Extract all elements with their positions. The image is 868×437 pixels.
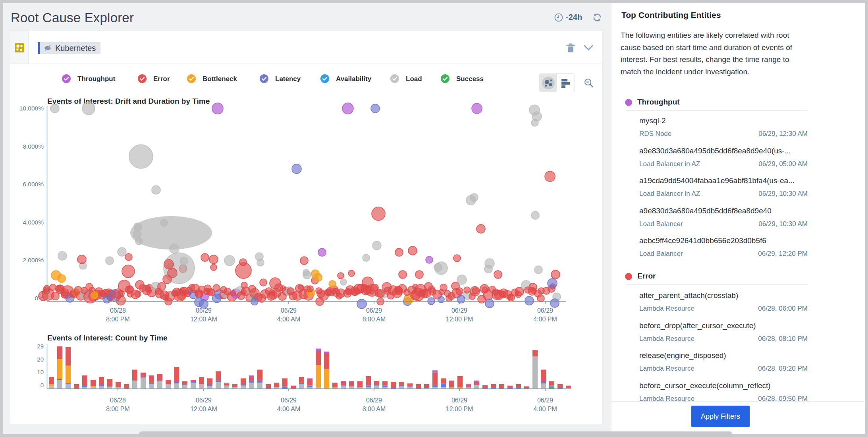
svg-text:8:00 AM: 8:00 AM	[363, 316, 386, 323]
svg-text:12:00 PM: 12:00 PM	[446, 316, 473, 323]
svg-text:8,000%: 8,000%	[23, 143, 44, 150]
svg-text:4:00 PM: 4:00 PM	[533, 406, 557, 412]
svg-text:12:00 PM: 12:00 PM	[446, 406, 473, 412]
svg-text:4:00 AM: 4:00 AM	[277, 316, 301, 323]
svg-text:06/28: 06/28	[110, 397, 126, 404]
svg-text:06/29: 06/29	[366, 307, 382, 314]
svg-text:06/29: 06/29	[281, 397, 297, 404]
svg-text:06/29: 06/29	[537, 307, 553, 314]
svg-text:06/28: 06/28	[110, 307, 126, 314]
svg-text:12:00 AM: 12:00 AM	[190, 406, 217, 412]
svg-text:Events of Interest: Count by T: Events of Interest: Count by Time	[47, 334, 168, 342]
svg-text:12:00 AM: 12:00 AM	[190, 316, 217, 323]
svg-text:06/29: 06/29	[366, 397, 382, 404]
svg-text:06/29: 06/29	[451, 397, 467, 404]
svg-text:06/29: 06/29	[281, 307, 297, 314]
svg-text:0: 0	[41, 382, 44, 389]
svg-text:06/29: 06/29	[451, 307, 467, 314]
svg-text:4:00 AM: 4:00 AM	[277, 406, 301, 412]
svg-text:8:00 PM: 8:00 PM	[106, 406, 130, 412]
svg-text:4:00 PM: 4:00 PM	[533, 316, 557, 323]
svg-text:6,000%: 6,000%	[23, 181, 44, 188]
svg-text:06/29: 06/29	[196, 397, 212, 404]
svg-text:4,000%: 4,000%	[23, 219, 44, 226]
svg-text:Events of Interest: Drift and: Events of Interest: Drift and Duration b…	[47, 97, 210, 105]
svg-text:20: 20	[37, 356, 44, 363]
svg-text:8:00 PM: 8:00 PM	[106, 316, 130, 323]
svg-text:10,000%: 10,000%	[19, 105, 44, 112]
svg-text:2,000%: 2,000%	[23, 257, 44, 263]
svg-text:29: 29	[37, 343, 44, 350]
svg-text:8:00 AM: 8:00 AM	[363, 406, 386, 412]
svg-text:10: 10	[37, 369, 44, 375]
svg-text:06/29: 06/29	[537, 397, 553, 404]
